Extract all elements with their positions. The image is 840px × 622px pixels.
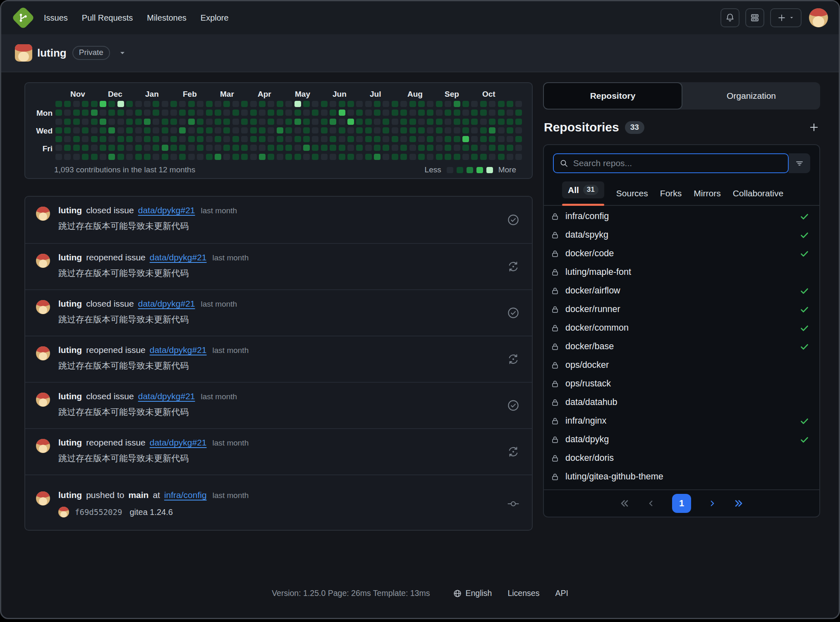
last-page-icon[interactable]: [733, 498, 744, 509]
feed-repo-link[interactable]: data/dpykg#21: [150, 438, 207, 448]
feed-avatar[interactable]: [36, 439, 50, 453]
tab-organization[interactable]: Organization: [682, 82, 820, 110]
feed-repo-link[interactable]: data/dpykg#21: [150, 253, 207, 262]
nav-link-milestones[interactable]: Milestones: [147, 13, 187, 23]
language-selector[interactable]: English: [453, 589, 492, 598]
repo-name[interactable]: docker/common: [565, 323, 629, 333]
heatmap-cell: [312, 145, 318, 151]
repo-row[interactable]: docker/runner: [544, 300, 819, 319]
repo-row[interactable]: luting/maple-font: [544, 263, 819, 281]
feed-avatar[interactable]: [36, 491, 50, 505]
feed-username[interactable]: luting: [58, 391, 82, 401]
heatmap-cell: [427, 101, 433, 107]
feed-username[interactable]: luting: [58, 438, 82, 448]
feed-avatar[interactable]: [36, 207, 50, 221]
prev-page-icon[interactable]: [646, 499, 656, 508]
heatmap-cell: [356, 136, 363, 142]
repo-filter-tab[interactable]: Forks: [660, 184, 682, 205]
feed-action-conj: at: [153, 490, 160, 500]
repo-name[interactable]: luting/gitea-github-theme: [565, 472, 663, 482]
nav-link-issues[interactable]: Issues: [44, 13, 68, 23]
first-page-icon[interactable]: [619, 498, 630, 509]
repo-row[interactable]: data/dpykg: [544, 430, 819, 449]
repo-name[interactable]: infra/nginx: [565, 416, 606, 426]
repo-row[interactable]: luting/gitea-github-theme: [544, 467, 819, 486]
nav-link-pull-requests[interactable]: Pull Requests: [82, 13, 133, 23]
heatmap-cell: [303, 145, 310, 151]
filter-tab-count: 31: [583, 185, 598, 195]
heatmap-cell: [277, 101, 283, 107]
context-avatar[interactable]: [15, 44, 32, 62]
heatmap-cell: [489, 101, 495, 107]
repo-row[interactable]: docker/common: [544, 319, 819, 337]
check-icon: [799, 230, 809, 240]
heatmap-day-label: Fri: [25, 144, 53, 153]
feed-username[interactable]: luting: [58, 299, 82, 309]
feed-repo-link[interactable]: data/dpykg#21: [138, 391, 195, 401]
repo-row[interactable]: data/datahub: [544, 393, 819, 412]
heatmap-cell: [179, 110, 186, 116]
repo-name[interactable]: ops/docker: [565, 360, 609, 370]
create-new-button[interactable]: [770, 8, 802, 27]
repo-name[interactable]: docker/base: [565, 341, 614, 352]
repo-filter-button[interactable]: [789, 153, 810, 173]
repo-search-input[interactable]: [573, 158, 782, 168]
repo-name[interactable]: data/datahub: [565, 397, 617, 408]
gitea-logo[interactable]: [12, 6, 35, 30]
feed-avatar[interactable]: [36, 346, 50, 360]
repo-row[interactable]: docker/code: [544, 244, 819, 263]
repo-filter-tab[interactable]: Mirrors: [694, 184, 720, 205]
repo-row[interactable]: docker/base: [544, 337, 819, 356]
repo-name[interactable]: luting/maple-font: [565, 267, 631, 277]
admin-panel-button[interactable]: [745, 8, 764, 27]
repo-row[interactable]: ops/rustack: [544, 374, 819, 393]
repo-row[interactable]: infra/config: [544, 207, 819, 226]
tab-repository[interactable]: Repository: [543, 82, 682, 110]
repo-filter-tab[interactable]: Collaborative: [733, 184, 784, 205]
feed-repo-link[interactable]: data/dpykg#21: [138, 299, 195, 309]
repo-name[interactable]: docker/airflow: [565, 286, 620, 296]
feed-repo-link[interactable]: data/dpykg#21: [138, 205, 195, 215]
feed-repo-link[interactable]: infra/config: [164, 490, 207, 500]
repo-name[interactable]: data/spykg: [565, 230, 608, 240]
heatmap-cell: [507, 145, 513, 151]
repo-filter-tab[interactable]: Sources: [616, 184, 648, 205]
notifications-button[interactable]: [720, 8, 739, 27]
heatmap-cell: [339, 127, 345, 133]
feed-avatar[interactable]: [36, 393, 50, 407]
repo-name[interactable]: docker/runner: [565, 304, 620, 315]
repo-name[interactable]: ops/rustack: [565, 379, 611, 389]
feed-avatar[interactable]: [36, 254, 50, 268]
repo-row[interactable]: ops/docker: [544, 356, 819, 374]
context-username[interactable]: luting: [37, 47, 67, 60]
heatmap-cell: [454, 101, 460, 107]
repo-name[interactable]: data/dpykg: [565, 434, 609, 445]
repo-filter-tab[interactable]: All 31: [562, 177, 604, 205]
licenses-link[interactable]: Licenses: [507, 589, 539, 598]
api-link[interactable]: API: [555, 589, 568, 598]
feed-timestamp: last month: [213, 491, 249, 500]
commit-hash[interactable]: f69d552029: [75, 508, 122, 517]
repo-row[interactable]: docker/doris: [544, 449, 819, 467]
heatmap-cell: [144, 154, 151, 160]
repo-row[interactable]: docker/airflow: [544, 281, 819, 300]
feed-avatar[interactable]: [36, 300, 50, 314]
current-page-button[interactable]: 1: [672, 494, 691, 513]
repo-row[interactable]: data/spykg: [544, 226, 819, 244]
feed-username[interactable]: luting: [58, 253, 82, 262]
repo-row[interactable]: infra/nginx: [544, 412, 819, 430]
feed-username[interactable]: luting: [58, 490, 82, 500]
feed-username[interactable]: luting: [58, 205, 82, 215]
repo-name[interactable]: docker/code: [565, 248, 614, 259]
repo-name[interactable]: docker/doris: [565, 453, 614, 463]
add-repository-icon[interactable]: [809, 122, 819, 133]
feed-repo-link[interactable]: data/dpykg#21: [150, 345, 207, 355]
feed-username[interactable]: luting: [58, 345, 82, 355]
nav-link-explore[interactable]: Explore: [201, 13, 229, 23]
next-page-icon[interactable]: [708, 499, 717, 508]
heatmap-cell: [277, 119, 283, 125]
heatmap-cell: [64, 154, 71, 160]
user-avatar[interactable]: [809, 8, 828, 27]
repo-name[interactable]: infra/config: [565, 211, 609, 222]
context-dropdown-icon[interactable]: [119, 50, 126, 56]
